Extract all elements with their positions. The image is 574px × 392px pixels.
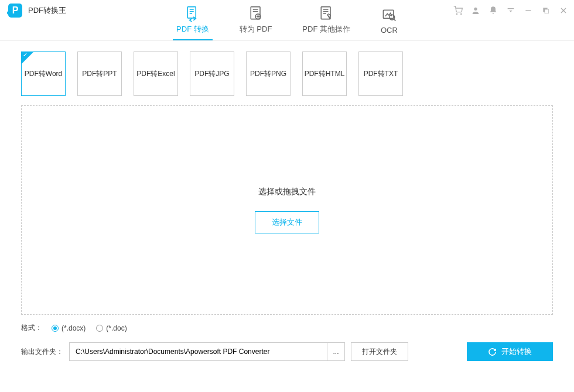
tab-label: 转为 PDF: [240, 24, 272, 35]
format-radio-group: (*.docx) (*.doc): [52, 324, 127, 332]
output-format-row: 格式： (*.docx) (*.doc): [21, 323, 553, 333]
select-file-button[interactable]: 选择文件: [255, 211, 319, 233]
format-pdf-to-excel[interactable]: PDF转Excel: [134, 51, 178, 96]
format-pdf-to-word[interactable]: PDF转Word: [21, 51, 66, 96]
output-path-container: ...: [69, 342, 345, 361]
output-path-input[interactable]: [70, 343, 327, 360]
radio-docx[interactable]: (*.docx): [52, 324, 86, 332]
format-pdf-to-ppt[interactable]: PDF转PPT: [77, 51, 122, 96]
open-folder-button[interactable]: 打开文件夹: [351, 342, 408, 361]
file-dropzone[interactable]: 选择或拖拽文件 选择文件: [21, 105, 553, 315]
refresh-icon: [488, 348, 497, 356]
format-pdf-to-jpg[interactable]: PDF转JPG: [190, 51, 234, 96]
format-pdf-to-txt[interactable]: PDF转TXT: [358, 51, 403, 96]
bottom-panel: 格式： (*.docx) (*.doc) 输出文件夹： ... 打开文件夹 开始…: [0, 315, 574, 372]
browse-button[interactable]: ...: [327, 343, 344, 360]
format-label: 格式：: [21, 323, 42, 333]
tab-to-pdf[interactable]: 转为 PDF: [236, 5, 276, 40]
dropzone-hint: 选择或拖拽文件: [258, 187, 316, 197]
tab-ocr[interactable]: OCR: [377, 7, 401, 40]
radio-doc[interactable]: (*.doc): [96, 324, 127, 332]
tab-label: PDF 其他操作: [302, 24, 350, 35]
start-convert-button[interactable]: 开始转换: [467, 342, 553, 361]
tab-pdf-other[interactable]: PDF 其他操作: [299, 5, 354, 40]
radio-icon: [96, 325, 103, 332]
tab-pdf-convert[interactable]: PDF 转换: [173, 5, 213, 40]
format-pdf-to-html[interactable]: PDF转HTML: [302, 51, 347, 96]
radio-icon: [52, 325, 59, 332]
output-folder-label: 输出文件夹：: [21, 347, 63, 357]
format-pdf-to-png[interactable]: PDF转PNG: [246, 51, 291, 96]
svg-rect-9: [187, 7, 196, 18]
tab-label: PDF 转换: [176, 24, 209, 35]
tab-label: OCR: [381, 26, 398, 35]
format-tiles: PDF转Word PDF转PPT PDF转Excel PDF转JPG PDF转P…: [21, 51, 553, 96]
main-tabs: PDF 转换 转为 PDF PDF 其他操作 OCR: [0, 8, 574, 41]
content-area: PDF转Word PDF转PPT PDF转Excel PDF转JPG PDF转P…: [0, 41, 574, 315]
output-row: 输出文件夹： ... 打开文件夹 开始转换: [21, 342, 553, 361]
